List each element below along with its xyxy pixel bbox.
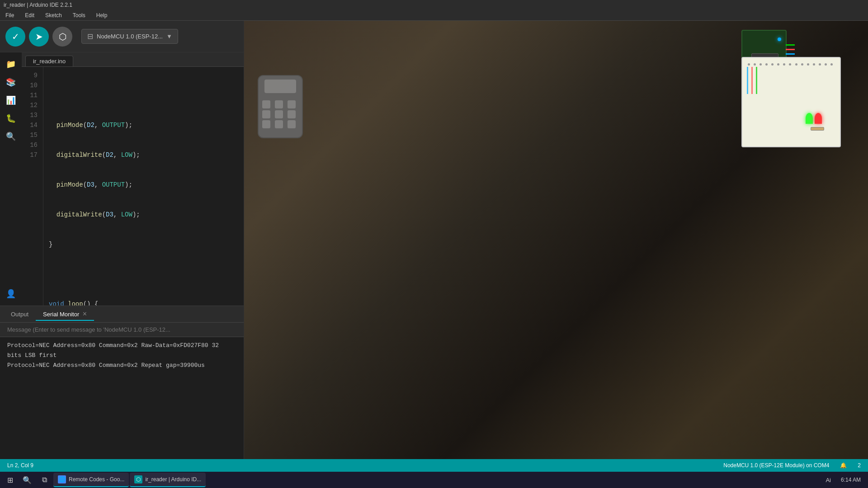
remote-screen [264, 80, 296, 93]
code-line-9 [49, 90, 238, 100]
sidebar-item-search[interactable]: 🔍 [3, 128, 19, 145]
panel-tabs: Output Serial Monitor × [0, 306, 244, 323]
file-tabs: ir_reader.ino [22, 52, 244, 67]
serial-output: Protocol=NEC Address=0x80 Command=0x2 Ra… [0, 337, 244, 459]
menu-help[interactable]: Help [94, 11, 109, 19]
photo-background [244, 21, 868, 459]
led-green-component [806, 113, 813, 124]
menu-file[interactable]: File [4, 11, 16, 19]
task-view-button[interactable]: ⧉ [36, 472, 52, 488]
search-taskbar-button[interactable]: 🔍 [19, 472, 35, 488]
code-line-10: pinMode(D2, OUTPUT); [49, 120, 238, 130]
taskbar-ai-button[interactable]: Ai [822, 477, 835, 483]
arduino-icon: ⬡ [134, 475, 142, 483]
upload-button[interactable]: ➤ [29, 27, 49, 47]
sidebar: 📁 📚 📊 🐛 🔍 👤 [0, 52, 22, 305]
debug-button[interactable]: ⬡ [52, 27, 72, 47]
code-line-15 [49, 269, 238, 279]
taskbar-browser-label: Remote Codes - Goo... [69, 476, 124, 483]
notification-icon: 🔔 [840, 462, 847, 469]
line-num-11: 11 [25, 90, 38, 100]
code-line-11: digitalWrite(D2, LOW); [49, 150, 238, 160]
sidebar-item-folder[interactable]: 📁 [3, 56, 19, 72]
led-blue [778, 38, 781, 41]
code-line-12: pinMode(D3, OUTPUT); [49, 180, 238, 190]
code-editor[interactable]: 9 10 11 12 13 14 15 16 17 pinMode(D2, OU… [22, 67, 244, 305]
sidebar-item-library[interactable]: 📚 [3, 74, 19, 90]
start-button[interactable]: ⊞ [2, 472, 18, 488]
serial-line-1: Protocol=NEC Address=0x80 Command=0x2 Ra… [7, 341, 236, 361]
board-name: NodeMCU 1.0 (ESP-12... [97, 33, 163, 40]
board-selector[interactable]: ⊟ NodeMCU 1.0 (ESP-12... ▼ [81, 29, 178, 44]
line-num-16: 16 [25, 140, 38, 150]
taskbar-item-arduino[interactable]: ⬡ ir_reader | Arduino ID... [130, 473, 206, 487]
code-line-13: digitalWrite(D3, LOW); [49, 210, 238, 220]
menu-bar: File Edit Sketch Tools Help [0, 10, 868, 21]
message-input[interactable] [0, 323, 244, 337]
sidebar-item-debug[interactable]: 🐛 [3, 110, 19, 127]
tab-output[interactable]: Output [4, 309, 36, 319]
tab-serial-monitor[interactable]: Serial Monitor × [36, 308, 94, 321]
menu-sketch[interactable]: Sketch [43, 11, 64, 19]
wire-blue [747, 67, 748, 94]
sidebar-item-chart[interactable]: 📊 [3, 92, 19, 108]
notification-count: 2 [858, 462, 861, 469]
line-num-13: 13 [25, 110, 38, 120]
line-num-15: 15 [25, 130, 38, 140]
line-numbers: 9 10 11 12 13 14 15 16 17 [22, 67, 43, 305]
breadboard [741, 57, 841, 147]
title-bar: ir_reader | Arduino IDE 2.2.1 [0, 0, 868, 10]
line-num-9: 9 [25, 70, 38, 80]
taskbar-item-browser[interactable]: 🌐 Remote Codes - Goo... [53, 473, 129, 487]
dropdown-arrow-icon: ▼ [166, 33, 172, 40]
code-content: pinMode(D2, OUTPUT); digitalWrite(D2, LO… [43, 67, 244, 305]
code-line-16: void loop() { [49, 299, 238, 305]
taskbar: ⊞ 🔍 ⧉ 🌐 Remote Codes - Goo... ⬡ ir_reade… [0, 472, 868, 488]
line-num-14: 14 [25, 120, 38, 130]
title-text: ir_reader | Arduino IDE 2.2.1 [4, 2, 72, 8]
editor-container: 📁 📚 📊 🐛 🔍 👤 ir_reader.ino 9 10 [0, 52, 244, 305]
browser-icon: 🌐 [58, 475, 66, 483]
usb-icon: ⊟ [87, 32, 93, 41]
right-panel [244, 21, 868, 459]
close-panel-button[interactable]: × [83, 310, 87, 318]
line-num-17: 17 [25, 150, 38, 160]
wire-red [751, 67, 753, 94]
led-red-component [815, 113, 822, 124]
remote-control [258, 75, 303, 138]
menu-tools[interactable]: Tools [71, 11, 87, 19]
main-layout: ✓ ➤ ⬡ ⊟ NodeMCU 1.0 (ESP-12... ▼ 📁 📚 📊 🐛… [0, 21, 868, 459]
status-board: NodeMCU 1.0 (ESP-12E Module) on COM4 [723, 462, 829, 469]
code-line-14: } [49, 239, 238, 249]
status-line-col: Ln 2, Col 9 [7, 462, 33, 469]
serial-line-2: Protocol=NEC Address=0x80 Command=0x2 Re… [7, 361, 236, 371]
taskbar-time: 6:14 AM [835, 477, 866, 483]
file-tab-ir-reader[interactable]: ir_reader.ino [25, 56, 73, 66]
line-num-12: 12 [25, 100, 38, 110]
bottom-panel: Output Serial Monitor × Protocol=NEC Add… [0, 305, 244, 459]
resistor-1 [811, 127, 824, 131]
taskbar-arduino-label: ir_reader | Arduino ID... [145, 476, 201, 483]
editor-area: ir_reader.ino 9 10 11 12 13 14 15 16 17 [22, 52, 244, 305]
status-bar: Ln 2, Col 9 NodeMCU 1.0 (ESP-12E Module)… [0, 459, 868, 472]
line-num-10: 10 [25, 80, 38, 90]
verify-button[interactable]: ✓ [5, 27, 25, 47]
left-panel: ✓ ➤ ⬡ ⊟ NodeMCU 1.0 (ESP-12... ▼ 📁 📚 📊 🐛… [0, 21, 244, 459]
menu-edit[interactable]: Edit [23, 11, 36, 19]
sidebar-item-user[interactable]: 👤 [3, 286, 19, 302]
toolbar: ✓ ➤ ⬡ ⊟ NodeMCU 1.0 (ESP-12... ▼ [0, 21, 244, 52]
wire-green [756, 67, 757, 94]
